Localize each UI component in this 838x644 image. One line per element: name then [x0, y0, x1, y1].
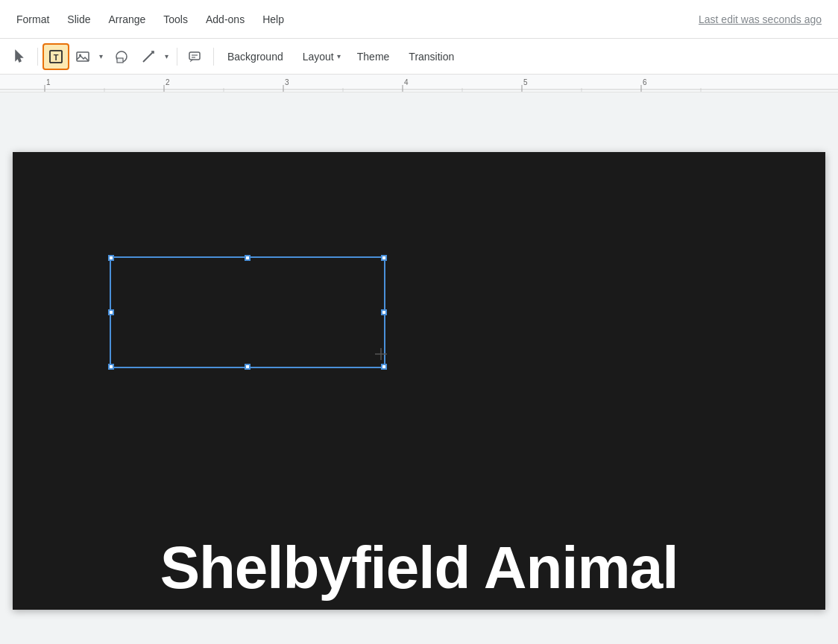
select-tool-button[interactable]: [6, 43, 33, 70]
slide[interactable]: Shelbyfield Animal: [13, 152, 825, 610]
menu-tools[interactable]: Tools: [156, 9, 195, 30]
handle-middle-right[interactable]: [381, 309, 387, 315]
line-tool-dropdown-arrow[interactable]: ▾: [160, 43, 172, 70]
comment-tool-button[interactable]: [182, 43, 209, 70]
canvas-area: Shelbyfield Animal: [0, 92, 838, 644]
text-icon: T: [48, 49, 63, 64]
handle-top-right[interactable]: [381, 255, 387, 261]
toolbar-separator-2: [177, 48, 177, 66]
last-edit-indicator: Last edit was seconds ago: [691, 9, 829, 30]
shape-tool-button[interactable]: [108, 43, 135, 70]
theme-button[interactable]: Theme: [348, 46, 399, 67]
svg-rect-9: [189, 52, 200, 60]
handle-bottom-left[interactable]: [108, 364, 114, 370]
ruler: // Will be rendered via CSS/SVG static c…: [0, 75, 838, 92]
ruler-svg: // Will be rendered via CSS/SVG static c…: [0, 75, 838, 92]
layout-dropdown-arrow[interactable]: ▾: [337, 52, 341, 60]
image-icon: [75, 49, 90, 64]
svg-text:2: 2: [166, 78, 170, 86]
svg-text:1: 1: [46, 78, 51, 86]
layout-button-group[interactable]: Layout ▾: [294, 46, 347, 67]
line-icon: [141, 49, 156, 64]
shape-icon: [114, 49, 129, 64]
svg-line-8: [143, 51, 154, 62]
comment-icon: [188, 49, 203, 64]
image-tool-group[interactable]: ▾: [71, 43, 107, 70]
svg-text:T: T: [54, 53, 59, 62]
text-box-selection[interactable]: [110, 256, 385, 368]
handle-bottom-right[interactable]: [381, 364, 387, 370]
slide-title: Shelbyfield Animal: [13, 534, 825, 602]
handle-top-middle[interactable]: [245, 255, 251, 261]
image-tool-button[interactable]: [71, 43, 95, 70]
toolbar-separator-3: [213, 48, 214, 66]
image-tool-dropdown-arrow[interactable]: ▾: [95, 43, 107, 70]
layout-button[interactable]: Layout: [294, 46, 337, 67]
handle-bottom-middle[interactable]: [245, 364, 251, 370]
menu-slide[interactable]: Slide: [60, 9, 98, 30]
transition-button[interactable]: Transition: [400, 46, 463, 67]
crosshair-icon: [372, 345, 390, 363]
handle-top-left[interactable]: [108, 255, 114, 261]
toolbar-separator-1: [37, 48, 38, 66]
svg-text:4: 4: [404, 78, 409, 86]
toolbar: T ▾ ▾: [0, 39, 838, 75]
handle-middle-left[interactable]: [108, 309, 114, 315]
line-tool-group[interactable]: ▾: [136, 43, 172, 70]
cursor-icon: [12, 49, 27, 64]
line-tool-button[interactable]: [136, 43, 160, 70]
svg-text:5: 5: [523, 78, 528, 86]
menu-format[interactable]: Format: [9, 9, 57, 30]
background-button[interactable]: Background: [218, 46, 292, 67]
text-tool-button[interactable]: T: [42, 43, 69, 70]
svg-rect-6: [117, 58, 123, 63]
menu-addons[interactable]: Add-ons: [198, 9, 252, 30]
svg-text:3: 3: [285, 78, 289, 86]
svg-text:6: 6: [643, 78, 647, 86]
menu-arrange[interactable]: Arrange: [101, 9, 153, 30]
menu-help[interactable]: Help: [255, 9, 292, 30]
menu-bar: Format Slide Arrange Tools Add-ons Help …: [0, 0, 838, 39]
